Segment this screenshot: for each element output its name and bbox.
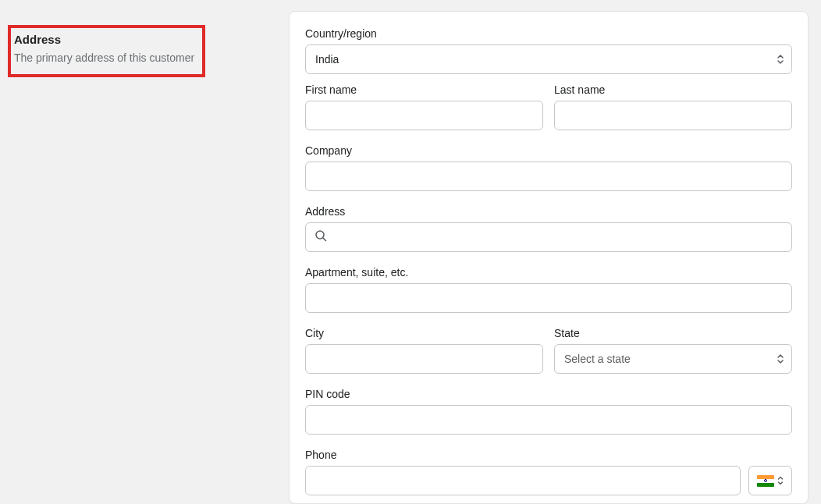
last-name-input[interactable] — [554, 101, 792, 130]
phone-label: Phone — [305, 449, 792, 461]
address-label: Address — [305, 205, 792, 218]
pin-code-input[interactable] — [305, 405, 792, 435]
address-search-input[interactable] — [305, 222, 792, 252]
address-sidebar: Address The primary address of this cust… — [0, 6, 289, 504]
india-flag-icon — [757, 475, 774, 487]
apartment-label: Apartment, suite, etc. — [305, 266, 792, 279]
chevron-updown-icon — [777, 476, 784, 485]
last-name-label: Last name — [554, 83, 792, 96]
address-highlight-box: Address The primary address of this cust… — [8, 25, 205, 77]
first-name-label: First name — [305, 83, 543, 96]
city-label: City — [305, 327, 543, 339]
pin-code-label: PIN code — [305, 388, 792, 400]
address-section-description: The primary address of this customer — [14, 51, 194, 66]
state-label: State — [554, 327, 792, 339]
country-region-select[interactable]: India — [305, 44, 792, 74]
state-select[interactable]: Select a state — [554, 344, 792, 374]
apartment-input[interactable] — [305, 283, 792, 313]
country-region-value: India — [315, 53, 339, 66]
country-region-label: Country/region — [305, 27, 792, 40]
address-section-title: Address — [14, 33, 194, 46]
phone-input[interactable] — [305, 466, 741, 495]
address-form-card: Country/region India First name Last nam… — [289, 11, 809, 504]
company-label: Company — [305, 144, 792, 157]
first-name-input[interactable] — [305, 101, 543, 130]
city-input[interactable] — [305, 344, 543, 374]
phone-country-selector[interactable] — [748, 466, 792, 495]
svg-line-1 — [323, 238, 326, 241]
state-placeholder: Select a state — [564, 353, 631, 365]
company-input[interactable] — [305, 161, 792, 191]
search-icon — [315, 229, 327, 245]
